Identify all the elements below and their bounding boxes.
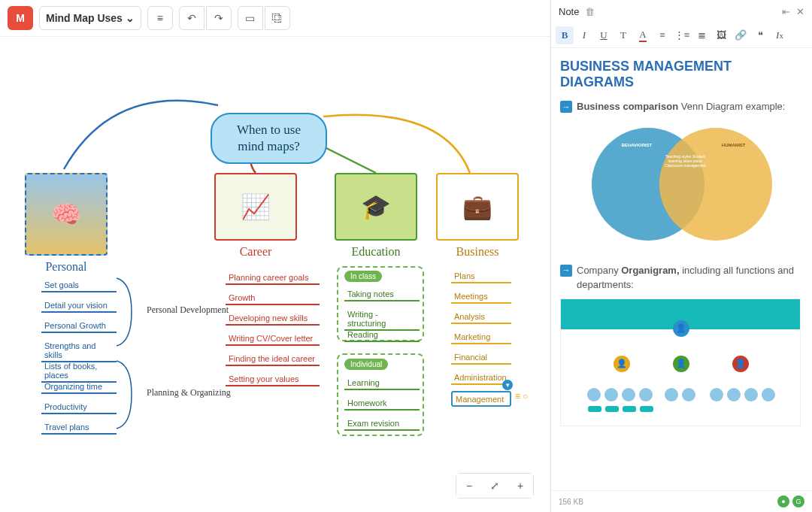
presentation-icon: ▭ xyxy=(245,12,255,24)
quote-button[interactable]: ❝ xyxy=(751,26,769,44)
org-leaf xyxy=(710,388,723,401)
close-icon[interactable]: ✕ xyxy=(796,6,804,17)
presentation-button[interactable]: ▭ xyxy=(238,6,263,30)
branch-education-label: Education xyxy=(331,245,421,259)
text-color-button[interactable]: A xyxy=(634,26,652,44)
career-item-5[interactable]: Setting your values xyxy=(226,372,320,386)
redo-icon: ↷ xyxy=(214,12,223,24)
chevron-down-icon: ⌄ xyxy=(126,12,135,24)
venn-right-label: HUMANIST xyxy=(722,143,746,147)
org-leaf xyxy=(587,388,601,401)
org-ceo: 👤 xyxy=(673,320,689,337)
italic-button[interactable]: I xyxy=(575,26,593,44)
venn-overlap-label: Teaching styles Student learning takes p… xyxy=(663,154,708,168)
note-line1-rest: Venn Diagram example: xyxy=(678,101,785,112)
zoom-in-button[interactable]: + xyxy=(508,474,533,498)
note-line1-bold: Business comparison xyxy=(577,101,678,112)
note-title: BUSINESS MANAGEMENT DIAGRAMS xyxy=(560,59,803,90)
personal-item-6[interactable]: Productivity xyxy=(41,400,117,414)
branch-business[interactable]: 💼 Business xyxy=(432,173,523,259)
document-title: Mind Map Uses xyxy=(46,12,123,24)
personal-item-7[interactable]: Travel plans xyxy=(41,420,117,435)
education-item-g2-1[interactable]: Homework xyxy=(344,396,420,411)
business-item-0[interactable]: Plans xyxy=(451,269,511,283)
note-size: 156 KB xyxy=(559,498,583,506)
business-item-6-selected[interactable]: Management xyxy=(451,391,511,407)
personal-item-0[interactable]: Set goals xyxy=(41,278,117,292)
personal-item-5[interactable]: Organizing time xyxy=(41,380,117,394)
org-leaf xyxy=(639,388,653,401)
career-item-2[interactable]: Developing new skills xyxy=(226,311,320,326)
image-button[interactable]: 🖼 xyxy=(712,26,730,44)
personal-item-2[interactable]: Personal Growth xyxy=(41,319,117,333)
branch-personal[interactable]: 🧠 Personal xyxy=(21,173,111,274)
note-line-1: → Business comparison Venn Diagram examp… xyxy=(560,99,803,114)
underline-button[interactable]: U xyxy=(595,26,613,44)
personal-image: 🧠 xyxy=(25,173,108,256)
business-item-2[interactable]: Analysis xyxy=(451,310,511,324)
filter-badge-icon[interactable]: ▾ xyxy=(502,380,513,390)
menu-icon: ≡ xyxy=(157,12,163,24)
org-leaf xyxy=(744,388,758,401)
link-button[interactable]: 🔗 xyxy=(732,26,750,44)
career-item-4[interactable]: Finding the ideal career xyxy=(226,352,320,366)
org-leaf xyxy=(604,388,618,401)
bold-button[interactable]: B xyxy=(556,26,574,44)
education-group-inclass-tag: In class xyxy=(344,271,382,282)
text-style-button[interactable]: T xyxy=(614,26,632,44)
org-leaf xyxy=(727,388,741,401)
branch-career[interactable]: 📈 Career xyxy=(211,173,301,259)
org-leaf xyxy=(762,388,775,401)
note-line-2: → Company Organigram, including all func… xyxy=(560,263,803,292)
personal-annotation-1: Planning & Organizing xyxy=(147,387,231,398)
zoom-fit-button[interactable]: ⤢ xyxy=(482,474,508,498)
org-tag xyxy=(623,406,636,412)
undo-button[interactable]: ↶ xyxy=(179,6,205,30)
note-line2-bold: Organigram, xyxy=(621,265,679,276)
menu-button[interactable]: ≡ xyxy=(147,6,173,30)
app-logo[interactable]: M xyxy=(8,6,33,30)
document-title-dropdown[interactable]: Mind Map Uses ⌄ xyxy=(39,6,141,30)
career-item-1[interactable]: Growth xyxy=(226,291,320,305)
redo-button[interactable]: ↷ xyxy=(206,6,232,30)
mindmap-canvas[interactable]: When to use mind maps? 🧠 Personal Set go… xyxy=(0,38,541,512)
business-item-1[interactable]: Meetings xyxy=(451,289,511,304)
education-item-g1-2[interactable]: Reading xyxy=(344,328,420,342)
status-badge-icon: ● xyxy=(777,495,789,507)
career-item-0[interactable]: Planning career goals xyxy=(226,271,320,285)
numbered-list-button[interactable]: ≡ xyxy=(653,26,671,44)
bullet-list-button[interactable]: ⋮≡ xyxy=(673,26,691,44)
education-item-g1-0[interactable]: Taking notes xyxy=(344,287,420,301)
career-image: 📈 xyxy=(214,173,297,241)
org-tag xyxy=(605,406,619,412)
zoom-out-button[interactable]: − xyxy=(456,474,482,498)
undo-icon: ↶ xyxy=(187,12,196,24)
business-item-4[interactable]: Financial xyxy=(451,350,511,365)
org-tag xyxy=(588,406,601,412)
note-header-label: Note xyxy=(559,6,579,17)
career-item-3[interactable]: Writing CV/Cover letter xyxy=(226,332,320,346)
trash-icon[interactable]: 🗑 xyxy=(585,6,595,17)
view-mode-group: ▭ ⿻ xyxy=(238,6,290,30)
org-leaf xyxy=(622,388,635,401)
org-node: 👤 xyxy=(673,356,689,372)
note-body[interactable]: BUSINESS MANAGEMENT DIAGRAMS → Business … xyxy=(551,48,812,490)
collapse-icon[interactable]: ⇤ xyxy=(782,6,790,17)
node-menu-icon[interactable]: ≡ ○ xyxy=(515,391,529,401)
education-item-g2-2[interactable]: Exam revision xyxy=(344,417,420,431)
org-tag xyxy=(640,406,653,412)
personal-item-1[interactable]: Detail your vision xyxy=(41,298,117,313)
root-node[interactable]: When to use mind maps? xyxy=(211,113,327,164)
business-item-3[interactable]: Marketing xyxy=(451,330,511,344)
org-leaf xyxy=(682,388,695,401)
layout-button[interactable]: ⿻ xyxy=(265,6,290,30)
education-group-individual-tag: Individual xyxy=(344,359,388,370)
venn-diagram: BEHAVIORIST HUMANIST Teaching styles Stu… xyxy=(577,120,787,248)
note-header: Note 🗑 ⇤ ✕ xyxy=(551,0,812,23)
org-node: 👤 xyxy=(732,356,749,372)
align-button[interactable]: ≣ xyxy=(692,26,710,44)
clear-format-button[interactable]: Ix xyxy=(771,26,789,44)
branch-education[interactable]: 🎓 Education xyxy=(331,173,421,259)
education-item-g2-0[interactable]: Learning xyxy=(344,376,420,390)
education-image: 🎓 xyxy=(335,173,417,241)
